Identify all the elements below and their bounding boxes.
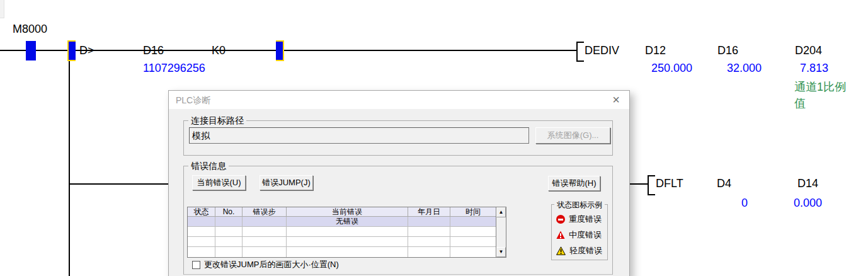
monitor-value-d16: 1107296256 (143, 62, 205, 74)
device-label-m8000: M8000 (13, 23, 47, 35)
error-table: 状态 No. 错误步 当前错误 年月日 时间 无错误 (187, 207, 506, 258)
dediv-operand2[interactable]: D16 (717, 44, 738, 57)
error-table-empty-row[interactable] (188, 247, 496, 257)
scroll-down-icon[interactable]: ▼ (496, 247, 506, 257)
compare-operator[interactable]: D> (79, 44, 94, 57)
severe-error-label: 重度错误 (569, 214, 602, 225)
dediv-bracket-bottom (576, 60, 584, 62)
error-table-empty-row[interactable] (188, 237, 496, 247)
monitor-value-d204: 7.813 (800, 62, 828, 74)
dflt-bracket (648, 175, 649, 195)
legend-item-moderate: 中度错误 (556, 230, 602, 240)
instruction-dflt[interactable]: DFLT (656, 177, 683, 190)
col-header-date: 年月日 (408, 207, 450, 217)
compare-contact-open-bracket[interactable] (67, 40, 76, 61)
contact-m8000-energized[interactable] (26, 41, 36, 60)
resize-after-jump-option[interactable]: 更改错误JUMP后的画面大小·位置(N) (192, 260, 339, 269)
monitor-value-d12: 250.000 (651, 62, 692, 74)
error-info-group: 错误信息 当前错误(U) 错误JUMP(J) 错误帮助(H) 状态 No. 错误… (183, 166, 613, 275)
compare-contact-close-bracket[interactable] (276, 40, 284, 61)
dflt-operand2[interactable]: D14 (797, 177, 818, 190)
error-table-row-no-error[interactable]: 无错误 (188, 217, 496, 227)
device-comment-line2: 值 (794, 97, 806, 110)
connection-target-group: 连接目标路径 模拟 系统图像(G)... (183, 120, 613, 156)
col-header-time: 时间 (450, 207, 496, 217)
dflt-bracket-top (648, 175, 655, 176)
scroll-up-icon[interactable]: ▲ (496, 207, 506, 217)
close-icon[interactable]: × (609, 92, 623, 107)
device-comment-line1: 通道1比例 (794, 81, 846, 93)
legend-item-severe: 重度错误 (556, 214, 602, 224)
dialog-titlebar[interactable]: PLC诊断 × (169, 91, 629, 109)
no-entry-icon (556, 215, 565, 224)
legend-item-minor: 轻度错误 (556, 246, 602, 256)
col-header-status: 状态 (188, 207, 215, 217)
dediv-bracket (576, 42, 578, 62)
connection-path-field[interactable]: 模拟 (189, 127, 529, 144)
dflt-bracket-bottom (648, 194, 655, 195)
col-header-no: No. (215, 207, 243, 217)
status-icon-legend-label: 状态图标示例 (554, 200, 605, 210)
moderate-error-label: 中度错误 (569, 229, 602, 241)
dialog-title: PLC诊断 (176, 95, 210, 106)
col-header-error-step: 错误步 (243, 207, 287, 217)
dflt-operand1[interactable]: D4 (717, 177, 731, 190)
compare-operand1[interactable]: D16 (143, 44, 164, 57)
compare-operand2[interactable]: K0 (212, 44, 226, 57)
dediv-operand3[interactable]: D204 (795, 44, 822, 57)
plc-monitor-screen: M8000 D> D16 K0 1107296256 DEDIV D12 250… (0, 0, 868, 276)
table-scrollbar[interactable]: ▲ ▼ (496, 207, 506, 257)
error-help-button[interactable]: 错误帮助(H) (548, 176, 600, 191)
instruction-dediv[interactable]: DEDIV (585, 44, 619, 57)
resize-after-jump-checkbox[interactable] (192, 261, 200, 269)
error-table-header-row: 状态 No. 错误步 当前错误 年月日 时间 (188, 207, 496, 217)
col-header-current-error: 当前错误 (287, 207, 408, 217)
resize-after-jump-label: 更改错误JUMP后的画面大小·位置(N) (204, 259, 339, 270)
dediv-bracket-top (576, 42, 584, 43)
system-image-button[interactable]: 系统图像(G)... (535, 127, 610, 144)
status-icon-legend-group: 状态图标示例 重度错误 中度错误 (551, 204, 608, 260)
monitor-value-d4: 0 (741, 197, 748, 209)
error-info-group-label: 错误信息 (188, 161, 229, 171)
red-warning-triangle-icon (556, 231, 565, 239)
current-error-button[interactable]: 当前错误(U) (192, 175, 246, 190)
error-table-empty-row[interactable] (188, 227, 496, 237)
dediv-operand1[interactable]: D12 (645, 44, 666, 57)
minor-error-label: 轻度错误 (569, 245, 602, 256)
branch-wire-vertical (69, 60, 70, 276)
monitor-value-d16b: 32.000 (727, 62, 762, 74)
connection-target-group-label: 连接目标路径 (188, 115, 246, 125)
monitor-value-d14: 0.000 (794, 197, 822, 209)
no-error-message: 无错误 (287, 217, 408, 227)
error-jump-button[interactable]: 错误JUMP(J) (260, 175, 313, 190)
plc-diagnostics-dialog: PLC诊断 × 连接目标路径 模拟 系统图像(G)... 错误信息 当前错误(U… (168, 90, 630, 276)
panel-edge (0, 0, 4, 18)
error-table-grid: 状态 No. 错误步 当前错误 年月日 时间 无错误 (188, 207, 496, 257)
yellow-warning-triangle-icon (556, 246, 566, 255)
